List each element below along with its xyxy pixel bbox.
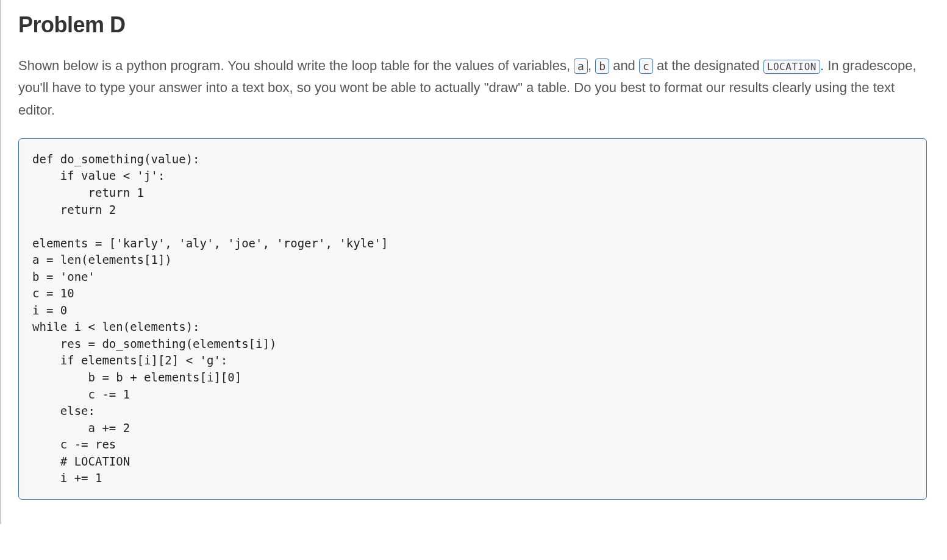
problem-title: Problem D [18, 12, 927, 38]
desc-text: Shown below is a python program. You sho… [18, 58, 574, 73]
inline-code-b: b [595, 58, 609, 74]
desc-text: , [588, 58, 595, 73]
desc-text: and [609, 58, 639, 73]
desc-text: at the designated [653, 58, 763, 73]
inline-code-c: c [639, 58, 653, 74]
problem-page: Problem D Shown below is a python progra… [0, 0, 945, 524]
inline-code-a: a [574, 58, 588, 74]
inline-code-location: LOCATION [763, 60, 820, 74]
code-block: def do_something(value): if value < 'j':… [18, 138, 927, 500]
problem-description: Shown below is a python program. You sho… [18, 55, 927, 121]
